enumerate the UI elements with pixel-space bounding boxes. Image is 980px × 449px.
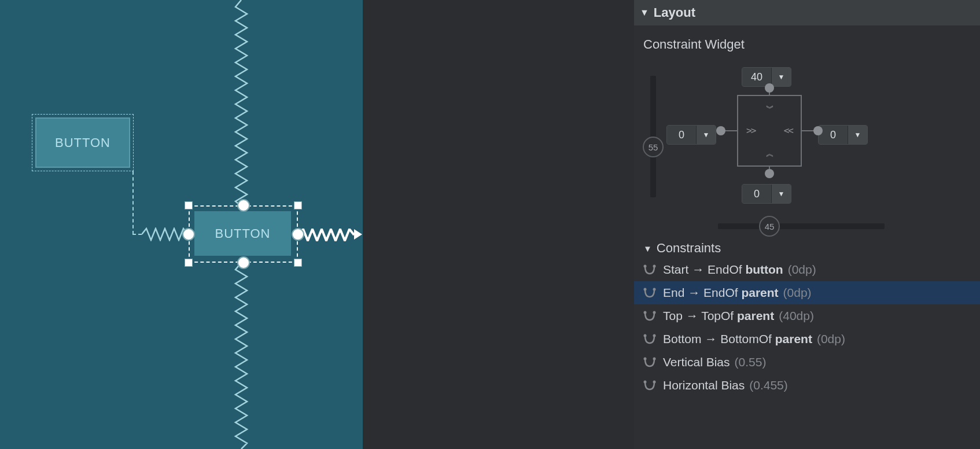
svg-point-5: [653, 311, 656, 314]
constraint-text: Start → EndOf button: [663, 263, 783, 277]
constraint-value: (0dp): [817, 332, 845, 346]
constraint-label: Vertical Bias: [663, 355, 730, 369]
layout-title: Layout: [654, 5, 695, 20]
constraint-value: (0.455): [749, 378, 788, 392]
svg-point-4: [644, 311, 647, 314]
svg-point-0: [644, 265, 647, 268]
constraints-section-header[interactable]: ▼ Constraints: [634, 235, 980, 258]
dropdown-icon[interactable]: ▼: [771, 68, 791, 86]
constraint-icon: [643, 379, 658, 392]
resize-handle-tr[interactable]: [294, 201, 302, 209]
horizontal-bias-row[interactable]: Horizontal Bias (0.455): [634, 374, 980, 397]
constraint-widget: 55 45 40 ▼ 0 ▼ 0 ▼ 0 ▼ ︾ ︽ >> <<: [634, 56, 980, 235]
connector-dashed-vertical: [132, 171, 134, 234]
design-canvas[interactable]: BUTTON BUTTON: [0, 0, 363, 449]
constraint-icon: [643, 286, 658, 299]
svg-point-6: [644, 334, 647, 337]
anchor-top[interactable]: [765, 83, 774, 93]
vertical-bias-row[interactable]: Vertical Bias (0.55): [634, 351, 980, 374]
disclosure-triangle-icon: ▼: [643, 244, 652, 253]
margin-bottom-value: 0: [742, 185, 771, 203]
constraint-row[interactable]: Bottom → BottomOf parent(0dp): [634, 327, 980, 351]
connector-dashed-horizontal: [132, 234, 142, 235]
anchor-bottom[interactable]: [765, 169, 774, 178]
dropdown-icon[interactable]: ▼: [696, 126, 716, 144]
constraints-title: Constraints: [657, 241, 721, 256]
svg-point-9: [653, 358, 656, 360]
constraint-widget-title: Constraint Widget: [634, 25, 980, 56]
margin-start-value: 0: [667, 126, 696, 144]
resize-handle-bl[interactable]: [185, 259, 193, 267]
layout-section-header[interactable]: ▼ Layout: [634, 0, 980, 25]
constraint-value: (0dp): [788, 263, 816, 277]
horizontal-bias-value[interactable]: 45: [759, 216, 780, 237]
wrap-chevron-icon: >>: [746, 126, 755, 135]
constraint-icon: [643, 333, 658, 345]
svg-point-10: [644, 381, 647, 384]
wrap-chevron-icon: ︾: [766, 104, 773, 112]
horizontal-bias-slider[interactable]: [718, 223, 885, 229]
svg-point-11: [653, 381, 656, 384]
svg-point-7: [653, 334, 656, 337]
selection-outline: [189, 205, 298, 263]
attributes-panel: ▼ Layout Constraint Widget 55 45 40 ▼ 0 …: [634, 0, 980, 449]
svg-point-1: [653, 265, 656, 268]
dropdown-icon[interactable]: ▼: [771, 185, 791, 203]
svg-point-3: [653, 288, 656, 291]
constraint-label: Horizontal Bias: [663, 378, 745, 392]
constraint-row[interactable]: End → EndOf parent(0dp): [634, 281, 980, 304]
constraint-icon: [643, 310, 658, 322]
constraint-handle-end[interactable]: [292, 228, 304, 241]
anchor-end[interactable]: [813, 126, 823, 135]
constraint-widget-view[interactable]: ︾ ︽ >> <<: [737, 95, 802, 167]
constraint-row[interactable]: Start → EndOf button(0dp): [634, 258, 980, 281]
resize-handle-tl[interactable]: [185, 201, 193, 209]
constraint-row[interactable]: Top → TopOf parent(40dp): [634, 304, 980, 327]
resize-handle-br[interactable]: [294, 259, 302, 267]
constraint-handle-bottom[interactable]: [237, 256, 250, 269]
constraint-icon: [643, 263, 658, 276]
view-button-2-selected[interactable]: BUTTON: [189, 205, 298, 263]
anchor-start[interactable]: [716, 126, 725, 135]
constraint-value: (0.55): [735, 355, 767, 369]
vertical-bias-value[interactable]: 55: [643, 137, 664, 157]
disclosure-triangle-icon: ▼: [640, 8, 649, 18]
constraint-spring-end: [299, 229, 356, 241]
margin-end-input[interactable]: 0 ▼: [818, 125, 868, 145]
margin-end-value: 0: [819, 126, 848, 144]
margin-start-input[interactable]: 0 ▼: [666, 125, 716, 145]
wrap-chevron-icon: ︽: [766, 149, 773, 157]
constraint-text: Bottom → BottomOf parent: [663, 332, 812, 346]
constraint-text: End → EndOf parent: [663, 286, 779, 300]
editor-background: [363, 0, 634, 449]
constraint-handle-start[interactable]: [182, 228, 195, 241]
constraint-spring-bottom: [234, 263, 249, 449]
constraint-spring-start: [142, 227, 188, 241]
constraint-value: (0dp): [783, 286, 812, 300]
svg-point-2: [644, 288, 647, 291]
view-button-1[interactable]: BUTTON: [32, 114, 134, 171]
constraint-text: Top → TopOf parent: [663, 309, 774, 323]
svg-point-8: [644, 358, 647, 360]
dropdown-icon[interactable]: ▼: [848, 126, 867, 144]
margin-bottom-input[interactable]: 0 ▼: [742, 184, 791, 204]
constraint-value: (40dp): [779, 309, 814, 323]
constraint-icon: [643, 356, 658, 369]
constraint-handle-top[interactable]: [237, 199, 250, 212]
constraint-spring-top: [234, 0, 249, 206]
wrap-chevron-icon: <<: [784, 126, 793, 135]
button-1-label: BUTTON: [36, 119, 129, 167]
